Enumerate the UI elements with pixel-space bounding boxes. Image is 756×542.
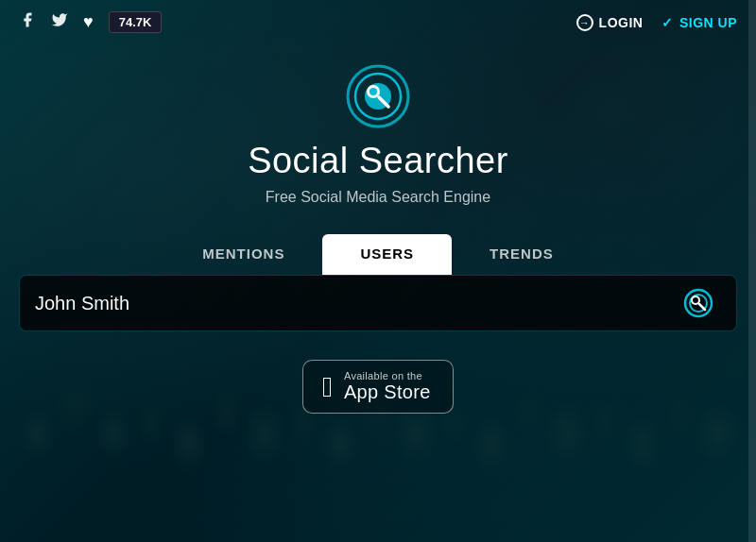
app-store-text: Available on the App Store	[344, 370, 431, 403]
signup-label: SIGN UP	[679, 15, 737, 30]
tabs-container: MENTIONS USERS TRENDS	[155, 234, 601, 275]
app-logo	[345, 63, 411, 129]
app-store-badge[interactable]:  Available on the App Store	[302, 360, 454, 414]
login-circle-icon: →	[576, 14, 593, 31]
tab-trends[interactable]: TRENDS	[452, 234, 592, 275]
app-subtitle: Free Social Media Search Engine	[266, 189, 490, 206]
login-label: LOGIN	[599, 15, 644, 30]
apple-icon: 	[322, 373, 333, 401]
available-text: Available on the	[344, 370, 431, 381]
store-name: App Store	[344, 381, 431, 403]
check-icon: ✓	[662, 15, 674, 30]
search-container	[19, 275, 737, 331]
signup-button[interactable]: ✓ SIGN UP	[662, 15, 737, 30]
nav-right: → LOGIN ✓ SIGN UP	[576, 14, 737, 31]
main-content:  Available on the App Store	[0, 275, 756, 414]
count-badge: 74.7K	[109, 11, 163, 33]
tab-mentions[interactable]: MENTIONS	[164, 234, 322, 275]
twitter-link[interactable]	[51, 11, 68, 33]
svg-point-8	[692, 296, 699, 304]
search-input[interactable]	[35, 293, 676, 314]
hero-section: Social Searcher Free Social Media Search…	[0, 44, 756, 275]
heart-icon: ♥	[83, 12, 94, 32]
svg-point-4	[369, 88, 377, 95]
svg-line-9	[699, 304, 705, 310]
login-button[interactable]: → LOGIN	[576, 14, 644, 31]
app-title: Social Searcher	[248, 141, 508, 181]
app-store-section:  Available on the App Store	[302, 360, 454, 414]
facebook-link[interactable]	[19, 11, 36, 33]
search-button[interactable]	[676, 280, 721, 326]
top-nav: ♥ 74.7K → LOGIN ✓ SIGN UP	[0, 0, 756, 44]
search-icon	[683, 288, 713, 318]
nav-left: ♥ 74.7K	[19, 11, 162, 33]
tab-users[interactable]: USERS	[322, 234, 452, 275]
